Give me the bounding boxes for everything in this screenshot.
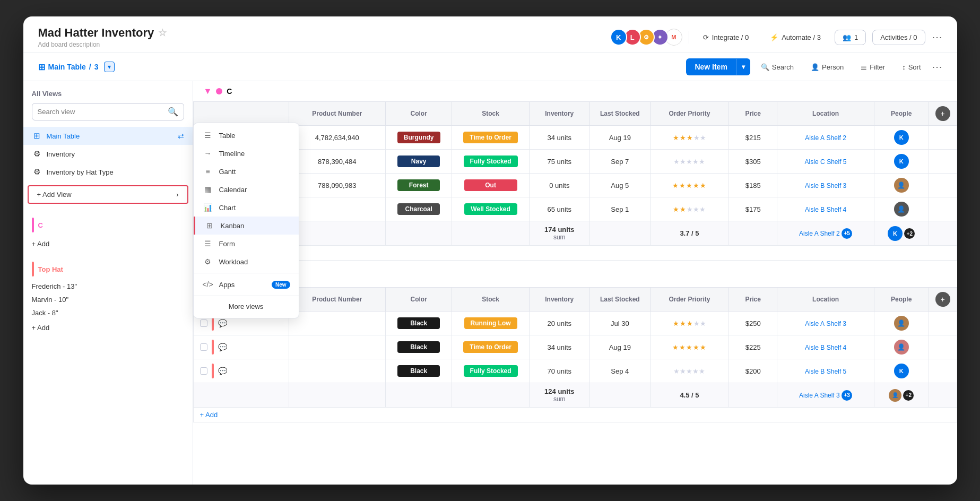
product-number-cell (289, 359, 385, 383)
add-view-button[interactable]: + Add View › (28, 185, 188, 204)
view-type-chart[interactable]: 📊 Chart (194, 198, 299, 217)
col-header-add[interactable]: + (929, 102, 957, 126)
comment-icon[interactable]: 💬 (218, 343, 227, 351)
priority-cell: ★★★★★ (650, 197, 729, 221)
orange-row-3[interactable]: Jack - 8" (32, 306, 193, 319)
shelf-link[interactable]: Shelf 4 (827, 206, 846, 213)
orange-row-2[interactable]: Marvin - 10" (32, 293, 193, 306)
aisle-link[interactable]: Aisle A (805, 320, 825, 327)
pink-add-button[interactable]: + Add (23, 236, 193, 252)
person-img[interactable]: 👤 (894, 202, 909, 217)
product-number-cell (289, 312, 385, 335)
shelf-link[interactable]: Shelf 3 (827, 320, 846, 327)
board-description[interactable]: Add board description (38, 41, 167, 48)
person-img[interactable]: 👤 (894, 316, 909, 331)
add-item-cell[interactable]: + Add (193, 246, 957, 261)
search-button[interactable]: 🔍 Search (754, 59, 800, 75)
row-checkbox[interactable] (200, 343, 207, 351)
view-type-timeline[interactable]: → Timeline (194, 144, 299, 162)
shelf-link[interactable]: Shelf 2 (827, 134, 846, 142)
shelf-link[interactable]: Shelf 5 (827, 368, 846, 375)
avatar-k[interactable]: K (610, 29, 627, 46)
aisle-link[interactable]: Aisle B (805, 206, 825, 213)
aisle-link[interactable]: Aisle B (805, 182, 825, 189)
person-avatar[interactable]: K (894, 154, 909, 169)
view-item-main-table[interactable]: ⊞ Main Table ⇄ (23, 127, 193, 145)
hat-view-icon: ⚙ (32, 167, 42, 177)
col-header-color2: Color (385, 288, 452, 312)
group-pink-header[interactable]: ▼ C (193, 81, 957, 101)
summary-shelf-2[interactable]: Shelf 3 (820, 391, 839, 399)
priority-cell: ★★★★★ (650, 335, 729, 359)
summary-priority-value: 3.7 / 5 (657, 229, 722, 237)
view-item-inventory-hat[interactable]: ⚙ Inventory by Hat Type (23, 163, 193, 181)
person-img[interactable]: 👤 (894, 178, 909, 193)
view-type-form[interactable]: ☰ Form (194, 235, 299, 253)
view-type-workload[interactable]: ⚙ Workload (194, 253, 299, 271)
add-item-cell-2[interactable]: + Add (193, 408, 957, 422)
members-button[interactable]: 👥 1 (835, 30, 866, 45)
aisle-link[interactable]: Aisle C (805, 158, 825, 166)
row-name-cell2: 💬 (193, 335, 289, 359)
automate-button[interactable]: ⚡ Automate / 3 (762, 30, 828, 45)
more-options-icon[interactable]: ⋯ (932, 31, 942, 44)
person-avatar[interactable]: K (894, 364, 909, 378)
orange-group-header: Top Hat (23, 258, 193, 280)
view-type-calendar[interactable]: ▦ Calendar (194, 180, 299, 198)
summary-priority-2: 4.5 / 5 (650, 383, 729, 408)
last-stocked-cell: Aug 19 (589, 335, 650, 359)
integrate-button[interactable]: ⟳ Integrate / 0 (696, 30, 756, 45)
col-header-add2[interactable]: + (929, 288, 957, 312)
search-view-input[interactable] (38, 108, 164, 116)
aisle-link[interactable]: Aisle B (805, 368, 825, 375)
group-pink-toggle[interactable]: ▼ (204, 87, 212, 96)
view-type-apps[interactable]: </> Apps New (194, 275, 299, 293)
shelf-link[interactable]: Shelf 3 (827, 182, 846, 189)
shelf-link[interactable]: Shelf 4 (827, 344, 846, 351)
more-views-button[interactable]: More views (194, 298, 299, 315)
table-dropdown-button[interactable]: ▾ (104, 62, 115, 72)
priority-cell: ★★★★★ (650, 312, 729, 335)
view-type-table[interactable]: ☰ Table (194, 126, 299, 144)
form-type-icon: ☰ (202, 239, 214, 248)
table-type-label: Table (219, 132, 236, 140)
color-badge: Black (397, 341, 440, 353)
view-item-inventory[interactable]: ⚙ Inventory (23, 145, 193, 163)
view-type-kanban[interactable]: ⊞ Kanban (194, 217, 299, 235)
people-cell: K (874, 359, 929, 383)
star-icon[interactable]: ☆ (158, 27, 167, 39)
row-checkbox[interactable] (200, 367, 207, 375)
share-icon[interactable]: ⇄ (178, 132, 184, 140)
new-item-button[interactable]: New Item ▾ (686, 58, 750, 75)
sort-button[interactable]: ↕ Sort (896, 59, 927, 75)
toolbar-more-icon[interactable]: ⋯ (932, 61, 942, 73)
add-view-section: + Add View › C + Add (23, 185, 193, 336)
comment-icon[interactable]: 💬 (218, 319, 227, 327)
orange-add-button[interactable]: + Add (23, 319, 193, 336)
comment-icon[interactable]: 💬 (218, 367, 227, 375)
product-number-cell: 4,782,634,940 (289, 126, 385, 150)
aisle-link[interactable]: Aisle A (805, 134, 825, 142)
summary-shelf[interactable]: Shelf 2 (820, 229, 839, 237)
stars: ★★★ (673, 319, 693, 327)
orange-group-label: Top Hat (38, 265, 63, 273)
filter-button[interactable]: ⚌ Filter (854, 59, 891, 75)
row-checkbox[interactable] (200, 319, 207, 327)
summary-aisle[interactable]: Aisle A (799, 229, 818, 237)
aisle-link[interactable]: Aisle B (805, 344, 825, 351)
last-stocked-cell: Sep 4 (589, 359, 650, 383)
people-cell: K (874, 150, 929, 174)
person-avatar[interactable]: K (894, 130, 909, 145)
main-table-tab[interactable]: ⊞ Main Table / 3 (38, 62, 99, 72)
view-type-gantt[interactable]: ≡ Gantt (194, 162, 299, 180)
new-item-caret[interactable]: ▾ (736, 59, 750, 75)
last-stocked-cell: Sep 7 (589, 150, 650, 174)
summary-aisle-2[interactable]: Aisle A (799, 391, 818, 399)
group-orange-header[interactable]: ▼ Top Hat (193, 267, 957, 287)
person-button[interactable]: 👤 Person (804, 59, 850, 75)
shelf-link[interactable]: Shelf 5 (827, 158, 846, 166)
product-number-cell: 878,390,484 (289, 150, 385, 174)
activities-button[interactable]: Activities / 0 (872, 30, 925, 45)
person-img[interactable]: 👤 (894, 340, 909, 355)
orange-row-1[interactable]: Frederich - 13" (32, 280, 193, 293)
